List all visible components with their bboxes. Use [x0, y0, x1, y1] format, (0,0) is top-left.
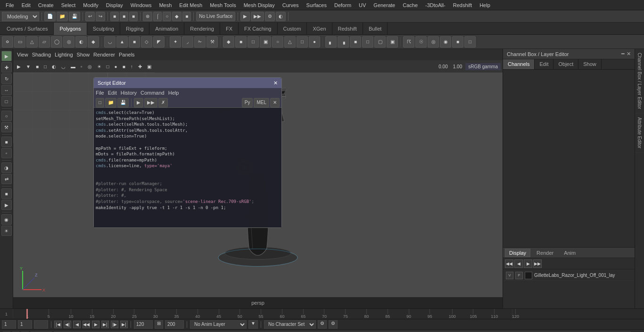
tool-deform5[interactable]: ■ — [452, 36, 463, 48]
tool-deform2[interactable]: ☉ — [415, 36, 427, 48]
layer-vis-toggle[interactable]: V — [506, 272, 513, 279]
menu-mesh-display[interactable]: Mesh Display — [240, 1, 279, 9]
tool-pipe[interactable]: ◐ — [75, 36, 87, 48]
char-set-dropdown[interactable]: No Character Set — [264, 320, 316, 329]
tool-cube[interactable]: ▭ — [14, 36, 25, 48]
vp-cam-icon[interactable]: ▶ — [15, 63, 23, 70]
tick-95[interactable]: 95 — [428, 309, 432, 319]
tool-move[interactable]: ✚ — [1, 62, 12, 73]
tab-fx[interactable]: FX — [220, 23, 239, 35]
tick-75[interactable]: 75 — [343, 309, 348, 319]
tool-smooth[interactable]: ○ — [272, 36, 283, 48]
frame-end-field[interactable] — [18, 320, 32, 329]
tick-25[interactable]: 25 — [132, 309, 137, 319]
render-settings-btn[interactable]: ⚙ — [265, 12, 275, 21]
anim-play-forward[interactable]: ▶ — [92, 321, 99, 328]
anim-prev-frame[interactable]: ◀ — [73, 321, 81, 328]
tab-xgen[interactable]: XGen — [307, 23, 332, 35]
tool-hypershade[interactable]: ◉ — [1, 214, 12, 225]
tool-multi-cut[interactable]: ✁ — [194, 36, 206, 48]
viewport-menu-show[interactable]: Show — [77, 52, 90, 57]
sel-mode-3[interactable]: ■ — [129, 12, 138, 21]
tool-sym[interactable]: ⇄ — [1, 174, 12, 184]
tab-redshift[interactable]: Redshift — [332, 23, 363, 35]
script-editor-content[interactable]: cmds.select(clear=True) setMesh_ThreePat… — [94, 108, 281, 227]
anim-prev-key[interactable]: ◀| — [64, 321, 71, 328]
vert-tab-attr-editor[interactable]: Attribute Editor — [635, 113, 644, 153]
se-mel-tab[interactable]: MEL — [254, 98, 269, 107]
tool-plane[interactable]: ▱ — [39, 36, 50, 48]
vp-resolution[interactable]: ◐ — [50, 63, 58, 70]
menu-redshift[interactable]: Redshift — [449, 1, 476, 9]
se-close-btn[interactable]: ✕ — [270, 98, 280, 107]
menu-windows[interactable]: Windows — [127, 1, 156, 9]
tick-55[interactable]: 55 — [259, 309, 264, 319]
se-menu-help[interactable]: Help — [168, 90, 179, 96]
anim-layer-options[interactable]: ▼ — [248, 320, 258, 329]
tick-45[interactable]: 45 — [216, 309, 221, 319]
snap-live[interactable]: ■ — [182, 12, 191, 21]
menu-file[interactable]: File — [2, 1, 18, 9]
redo-btn[interactable]: ↪ — [96, 12, 105, 21]
new-file-btn[interactable]: 📄 — [44, 12, 56, 21]
tool-show-grid[interactable]: ■ — [1, 188, 12, 199]
layer-tab-display[interactable]: Display — [505, 249, 530, 257]
tick-70[interactable]: 70 — [322, 309, 327, 319]
se-menu-file[interactable]: File — [96, 90, 104, 96]
menu-deform[interactable]: Deform — [330, 1, 355, 9]
tool-cone[interactable]: △ — [26, 36, 38, 48]
tool-subd[interactable]: ◡ — [104, 36, 116, 48]
tab-polygons[interactable]: Polygons — [54, 23, 87, 35]
vp-gamma-label[interactable]: sRGB gamma — [465, 63, 501, 70]
tick-50[interactable]: 50 — [238, 309, 242, 319]
menu-curves[interactable]: Curves — [279, 1, 303, 9]
cb-tab-show[interactable]: Show — [578, 59, 602, 69]
tick-60[interactable]: 60 — [280, 309, 284, 319]
tool-deform6[interactable]: □ — [464, 36, 476, 48]
tool-select[interactable]: ▶ — [1, 51, 12, 61]
cb-tab-channels[interactable]: Channels — [503, 59, 535, 69]
tick-5[interactable]: 5 — [48, 309, 50, 319]
char-set-options[interactable]: ⚙ — [318, 320, 327, 329]
tick-90[interactable]: 90 — [406, 309, 411, 319]
tool-bool-inter[interactable]: ▣ — [260, 36, 271, 48]
tool-edge-loop[interactable]: ◞ — [182, 36, 193, 48]
tab-bullet[interactable]: Bullet — [363, 23, 388, 35]
viewport-menu-lighting[interactable]: Lighting — [55, 52, 73, 57]
tick-20[interactable]: 20 — [111, 309, 116, 319]
tab-rendering[interactable]: Rendering — [184, 23, 220, 35]
workspace-dropdown[interactable]: Modeling — [2, 12, 39, 21]
vp-cam-sel[interactable]: ▼ — [24, 63, 33, 70]
tab-fx-caching[interactable]: FX Caching — [239, 23, 277, 35]
tool-paint[interactable]: ⚒ — [1, 122, 12, 132]
vp-xray[interactable]: ▫ — [79, 63, 84, 70]
tool-uv1[interactable]: ▖ — [325, 36, 337, 48]
frame-step-field[interactable] — [34, 320, 48, 329]
tool-rotate[interactable]: ↻ — [1, 73, 12, 84]
tool-prism[interactable]: ◆ — [88, 36, 99, 48]
right-panel-close[interactable]: ✕ — [627, 51, 631, 57]
layer-pick-toggle[interactable]: P — [515, 272, 523, 279]
se-open[interactable]: 📁 — [105, 98, 116, 107]
tick-35[interactable]: 35 — [174, 309, 179, 319]
menu-3dto[interactable]: -3DtoAll- — [421, 1, 449, 9]
anim-next-key[interactable]: |▶ — [111, 321, 118, 328]
tick-120[interactable]: 120 — [512, 309, 519, 319]
menu-uv[interactable]: UV — [355, 1, 370, 9]
char-set-options2[interactable]: ⚙ — [329, 320, 338, 329]
undo-btn[interactable]: ↩ — [85, 12, 95, 21]
layer-tab-anim[interactable]: Anim — [560, 249, 580, 257]
current-frame-input[interactable] — [134, 320, 153, 329]
vp-light-icon[interactable]: ☀ — [95, 63, 103, 70]
tick-10[interactable]: 10 — [69, 309, 74, 319]
se-clear[interactable]: ✗ — [158, 98, 168, 107]
snap-curve[interactable]: ⌠ — [153, 12, 162, 21]
vp-shading-icon[interactable]: ◎ — [86, 63, 94, 70]
menu-modify[interactable]: Modify — [79, 1, 102, 9]
menu-mesh[interactable]: Mesh — [155, 1, 175, 9]
cb-tab-object[interactable]: Object — [553, 59, 578, 69]
tool-snap-obj[interactable]: ■ — [1, 137, 12, 147]
tool-deform4[interactable]: ◉ — [440, 36, 451, 48]
layer-tab-render[interactable]: Render — [532, 249, 558, 257]
snap-grid[interactable]: ⊛ — [143, 12, 152, 21]
